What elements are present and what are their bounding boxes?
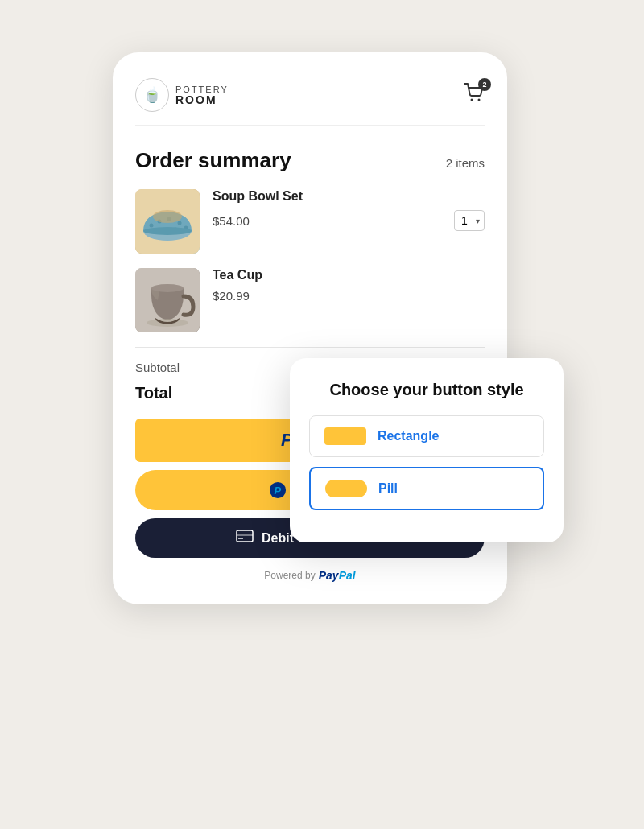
card-header: 🍵 pottery ROOM 2 bbox=[135, 78, 485, 126]
pill-label: Pill bbox=[378, 481, 398, 496]
svg-rect-20 bbox=[238, 538, 243, 539]
svg-point-1 bbox=[478, 99, 481, 101]
product-price-row-2: $20.99 bbox=[213, 289, 485, 303]
subtotal-label: Subtotal bbox=[135, 361, 180, 374]
qty-wrapper-1[interactable]: 1 2 3 bbox=[454, 210, 485, 231]
svg-rect-19 bbox=[237, 534, 253, 536]
product-price-1: $54.00 bbox=[213, 214, 250, 228]
scene: 🍵 pottery ROOM 2 Order summary 2 items bbox=[113, 52, 531, 777]
order-title-row: Order summary 2 items bbox=[135, 148, 485, 173]
qty-select-1[interactable]: 1 2 3 bbox=[454, 210, 485, 231]
product-details-1: Soup Bowl Set $54.00 1 2 3 bbox=[213, 189, 485, 231]
debit-card-icon bbox=[236, 530, 254, 546]
powered-paypal: PayPal bbox=[319, 569, 356, 582]
product-image-cup bbox=[135, 268, 200, 332]
items-count: 2 items bbox=[446, 156, 485, 170]
logo-area: 🍵 pottery ROOM bbox=[135, 78, 229, 112]
powered-by: Powered by PayPal bbox=[135, 569, 485, 582]
rectangle-preview bbox=[324, 427, 366, 445]
svg-point-7 bbox=[178, 221, 182, 225]
product-image-bowl bbox=[135, 189, 200, 254]
product-price-2: $20.99 bbox=[213, 289, 250, 303]
svg-point-12 bbox=[143, 227, 192, 235]
product-name-1: Soup Bowl Set bbox=[213, 189, 485, 204]
svg-point-0 bbox=[471, 99, 473, 101]
pill-preview bbox=[325, 480, 367, 497]
brand-name: pottery ROOM bbox=[175, 85, 229, 105]
product-item-1: Soup Bowl Set $54.00 1 2 3 bbox=[135, 189, 485, 254]
svg-point-4 bbox=[150, 224, 154, 228]
brand-name-top: pottery bbox=[175, 85, 229, 94]
product-price-row-1: $54.00 1 2 3 bbox=[213, 210, 485, 231]
style-option-pill[interactable]: Pill bbox=[309, 467, 544, 510]
svg-point-11 bbox=[153, 210, 182, 223]
rectangle-label: Rectangle bbox=[378, 429, 439, 443]
popup-title: Choose your button style bbox=[309, 381, 544, 399]
order-title: Order summary bbox=[135, 148, 291, 173]
brand-name-bottom: ROOM bbox=[175, 94, 229, 105]
product-details-2: Tea Cup $20.99 bbox=[213, 268, 485, 303]
style-option-rectangle[interactable]: Rectangle bbox=[309, 415, 544, 457]
cart-icon[interactable]: 2 bbox=[464, 83, 485, 107]
product-item-2: Tea Cup $20.99 bbox=[135, 268, 485, 332]
powered-label: Powered by bbox=[264, 570, 315, 581]
style-popup: Choose your button style Rectangle Pill bbox=[290, 358, 564, 542]
brand-logo: 🍵 bbox=[135, 78, 169, 112]
divider bbox=[135, 347, 485, 348]
product-name-2: Tea Cup bbox=[213, 268, 485, 283]
svg-text:P: P bbox=[274, 485, 281, 497]
paylater-icon: P bbox=[269, 481, 287, 499]
svg-point-14 bbox=[151, 284, 184, 292]
cart-badge: 2 bbox=[478, 78, 491, 91]
